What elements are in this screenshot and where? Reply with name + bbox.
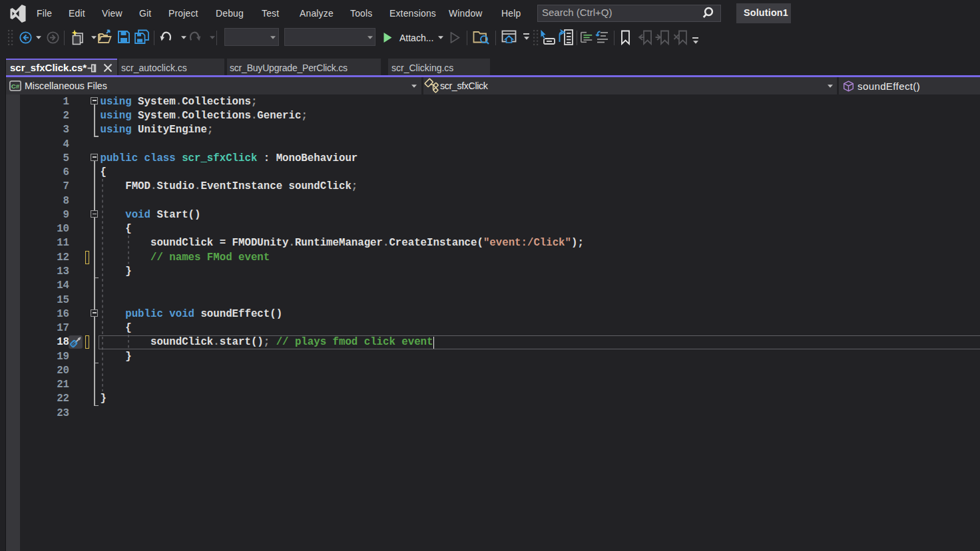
svg-text:C#: C# <box>11 82 20 89</box>
